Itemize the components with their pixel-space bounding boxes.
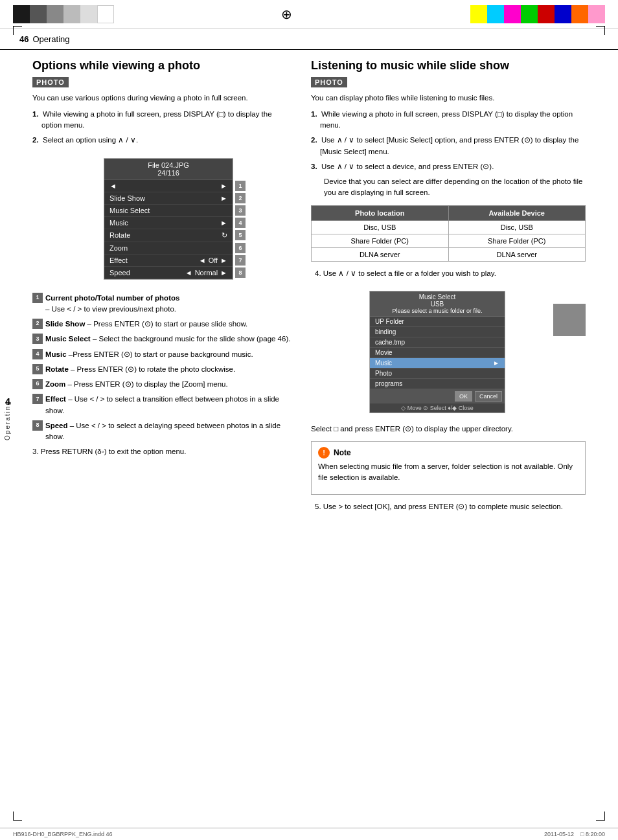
- bar-silver: [80, 5, 97, 23]
- left-section: Options while viewing a photo PHOTO You …: [32, 59, 292, 516]
- badge-1: 1: [32, 293, 43, 303]
- bar-darkgray: [30, 5, 47, 23]
- bar-yellow: [470, 5, 487, 23]
- desc-1: 1 Current photo/Total number of photos –…: [32, 293, 292, 315]
- ok-button[interactable]: OK: [455, 391, 472, 402]
- music-select-header: Music Select USB Please select a music f…: [370, 291, 505, 317]
- right-step-2: 2. Use ∧ / ∨ to select [Music Select] op…: [311, 135, 586, 157]
- page-header: 46 Operating: [0, 29, 618, 50]
- music-select-item: cache.tmp: [370, 337, 505, 348]
- page-number: 46: [19, 34, 29, 44]
- menu-item-music: Music ► 4: [104, 217, 233, 229]
- thumbnail: [553, 304, 586, 336]
- menu-header: File 024.JPG 24/116: [104, 159, 233, 180]
- menu-item-nav: ◄ ► 1: [104, 180, 233, 192]
- menu-count: 24/116: [107, 169, 230, 177]
- corner-mark-tl: [13, 26, 22, 35]
- desc-7: 7 Effect – Use < / > to select a transit…: [32, 394, 292, 416]
- bar-pink: [588, 5, 605, 23]
- right-step-5: 5. Use > to select [OK], and press ENTER…: [311, 501, 586, 512]
- music-select-nav: ◇ Move ⊙ Select ♦/◆ Close: [370, 403, 505, 413]
- music-select-item: binding: [370, 327, 505, 337]
- right-step-3b: Device that you can select are differ de…: [311, 176, 586, 199]
- music-select-screenshot: Music Select USB Please select a music f…: [369, 291, 505, 413]
- desc-5: 5 Rotate – Press ENTER (⊙) to rotate the…: [32, 364, 292, 375]
- corner-mark-bl: [13, 812, 22, 821]
- music-select-desc: Please select a music folder or file.: [372, 308, 503, 314]
- corner-mark-br: [596, 812, 605, 821]
- music-select-item: Photo: [370, 369, 505, 379]
- left-step-1: 1. While viewing a photo in full screen,…: [32, 109, 292, 131]
- photo-location-table: Photo location Available Device Disc, US…: [311, 205, 586, 262]
- music-select-item: Movie: [370, 348, 505, 358]
- music-select-item: Music ►: [370, 358, 505, 369]
- date-stamp: 2011-05-12: [544, 831, 574, 837]
- badge-3: 3: [32, 334, 43, 344]
- descriptions: 1 Current photo/Total number of photos –…: [32, 293, 292, 443]
- badge-7: 7: [32, 394, 43, 404]
- bottom-bar: HB916-DH0_BGBRPPK_ENG.indd 46 2011-05-12…: [0, 828, 618, 840]
- table-row: Share Folder (PC) Share Folder (PC): [312, 234, 586, 247]
- menu-num-2: 2: [235, 193, 246, 203]
- menu-item-slideshow: Slide Show ► 2: [104, 192, 233, 205]
- menu-num-5: 5: [235, 230, 246, 240]
- menu-num-8: 8: [235, 267, 246, 278]
- menu-item-zoom: Zoom 6: [104, 242, 233, 255]
- menu-num-1: 1: [235, 181, 246, 191]
- menu-screenshot: File 024.JPG 24/116 ◄ ► 1 Slide Show ► 2: [104, 158, 233, 280]
- left-step-3: 3. Press RETURN (δ◦) to exit the option …: [32, 446, 292, 457]
- select-note: Select □ and press ENTER (⊙) to display …: [311, 424, 586, 435]
- header-bar: ⊕: [0, 0, 618, 29]
- music-select-item: UP Folder: [370, 317, 505, 327]
- side-page-number: 4: [5, 396, 10, 407]
- bar-black: [13, 5, 30, 23]
- right-step-3: 3. Use ∧ / ∨ to select a device, and pre…: [311, 161, 586, 172]
- left-photo-badge: PHOTO: [32, 77, 69, 87]
- right-step-4: 4. Use ∧ / ∨ to select a file or a folde…: [311, 268, 586, 279]
- bar-lightgray: [63, 5, 80, 23]
- music-select-area: Music Select USB Please select a music f…: [324, 284, 586, 420]
- color-bars-left: [13, 5, 114, 23]
- bar-red: [538, 5, 555, 23]
- bar-orange: [571, 5, 588, 23]
- bar-magenta: [504, 5, 521, 23]
- corner-mark-tr: [596, 26, 605, 35]
- right-section: Listening to music while slide show PHOT…: [311, 59, 586, 516]
- music-select-item: programs: [370, 379, 505, 389]
- page-title: Operating: [32, 34, 69, 44]
- table-header-location: Photo location: [312, 205, 449, 220]
- menu-num-7: 7: [235, 255, 246, 266]
- bar-green: [521, 5, 538, 23]
- bar-blue: [555, 5, 571, 23]
- desc-4: 4 Music –Press ENTER (⊙) to start or pau…: [32, 349, 292, 360]
- table-header-device: Available Device: [448, 205, 586, 220]
- bar-gray: [47, 5, 63, 23]
- file-info: HB916-DH0_BGBRPPK_ENG.indd 46: [13, 831, 113, 837]
- table-row: DLNA server DLNA server: [312, 247, 586, 261]
- table-row: Disc, USB Disc, USB: [312, 220, 586, 234]
- compass-icon: ⊕: [281, 6, 292, 22]
- time-stamp: □ 8:20:00: [580, 831, 605, 837]
- menu-num-3: 3: [235, 205, 246, 216]
- menu-file: File 024.JPG: [107, 161, 230, 169]
- bar-cyan: [487, 5, 504, 23]
- left-intro: You can use various options during viewi…: [32, 93, 292, 104]
- desc-6: 6 Zoom – Press ENTER (⊙) to display the …: [32, 379, 292, 390]
- desc-3: 3 Music Select – Select the background m…: [32, 334, 292, 345]
- right-title: Listening to music while slide show: [311, 59, 586, 73]
- left-title: Options while viewing a photo: [32, 59, 292, 73]
- badge-2: 2: [32, 319, 43, 329]
- left-step-2: 2. Select an option using ∧ / ∨.: [32, 135, 292, 146]
- music-select-footer: OK Cancel: [370, 389, 505, 403]
- menu-item-rotate: Rotate ↻ 5: [104, 229, 233, 242]
- menu-num-6: 6: [235, 243, 246, 253]
- music-select-title: Music Select: [372, 293, 503, 301]
- menu-num-4: 4: [235, 218, 246, 228]
- note-icon: !: [318, 447, 330, 459]
- badge-6: 6: [32, 379, 43, 389]
- cancel-button[interactable]: Cancel: [475, 391, 502, 402]
- menu-item-speed: Speed ◄ Normal ► 8: [104, 267, 233, 279]
- music-select-sub: USB: [372, 301, 503, 308]
- badge-5: 5: [32, 364, 43, 374]
- desc-2: 2 Slide Show – Press ENTER (⊙) to start …: [32, 319, 292, 330]
